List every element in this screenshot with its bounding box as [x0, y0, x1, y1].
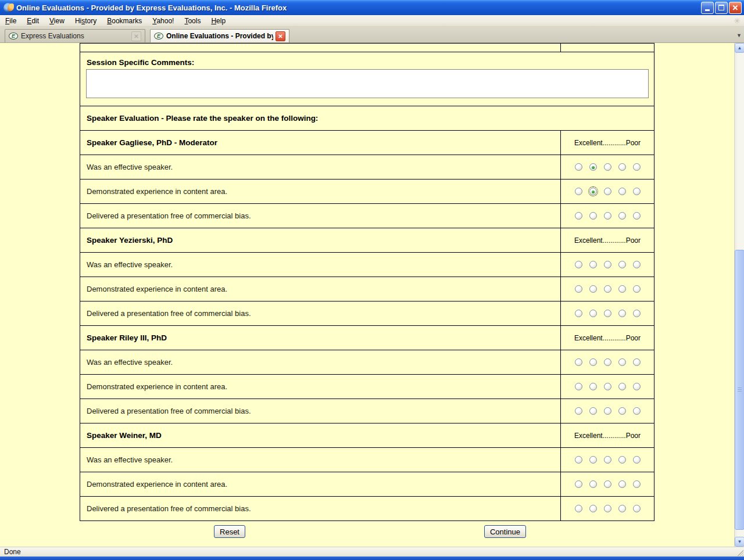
menu-item-file[interactable]: File: [0, 16, 22, 26]
rating-radio[interactable]: [589, 383, 597, 390]
rating-scale-label: Excellent............Poor: [561, 334, 654, 342]
rating-radio[interactable]: [589, 188, 597, 195]
question-label: Demonstrated experience in content area.: [80, 382, 560, 391]
rating-radio[interactable]: [575, 163, 582, 171]
menu-item-history[interactable]: History: [70, 16, 102, 26]
reset-button[interactable]: Reset: [214, 525, 245, 538]
rating-row: Demonstrated experience in content area.: [80, 472, 654, 497]
rating-radio[interactable]: [633, 407, 641, 415]
tab-label: Express Evaluations: [21, 32, 129, 40]
rating-radio[interactable]: [575, 188, 582, 195]
scroll-up-icon[interactable]: ▲: [735, 43, 744, 53]
rating-radio[interactable]: [575, 383, 582, 390]
rating-radio[interactable]: [633, 163, 641, 171]
rating-radio[interactable]: [604, 261, 611, 268]
rating-radio[interactable]: [575, 407, 582, 415]
rating-radio[interactable]: [575, 261, 582, 268]
section-title-row: Speaker Evaluation - Please rate the spe…: [80, 106, 654, 131]
rating-radio[interactable]: [618, 212, 626, 220]
rating-radio[interactable]: [604, 358, 611, 366]
rating-radio[interactable]: [604, 188, 611, 195]
scrollbar-thumb[interactable]: [735, 250, 744, 530]
rating-radio[interactable]: [633, 285, 641, 293]
rating-radio[interactable]: [618, 261, 626, 268]
menu-item-view[interactable]: View: [44, 16, 70, 26]
rating-radio[interactable]: [575, 480, 582, 488]
rating-radio[interactable]: [633, 505, 641, 512]
minimize-button[interactable]: [701, 2, 714, 14]
tab-close-icon[interactable]: ✕: [131, 31, 141, 41]
rating-radio[interactable]: [633, 358, 641, 366]
rating-radio[interactable]: [618, 383, 626, 390]
rating-radio[interactable]: [633, 261, 641, 268]
rating-radio[interactable]: [575, 310, 582, 317]
close-button[interactable]: ✕: [729, 2, 742, 14]
rating-radio[interactable]: [575, 456, 582, 464]
rating-radio[interactable]: [618, 188, 626, 195]
firefox-icon: [3, 3, 13, 13]
evaluation-table: Session Specific Comments: Speaker Evalu…: [80, 43, 654, 521]
scroll-down-icon[interactable]: ▼: [735, 537, 744, 547]
rating-radio[interactable]: [604, 212, 611, 220]
rating-radio[interactable]: [575, 212, 582, 220]
rating-radio[interactable]: [604, 407, 611, 415]
title-bar: Online Evaluations - Provided by Express…: [0, 0, 744, 15]
speaker-header-row: Speaker Weiner, MD Excellent............…: [80, 423, 654, 448]
rating-radio[interactable]: [633, 212, 641, 220]
menu-item-tools[interactable]: Tools: [179, 16, 206, 26]
rating-radio[interactable]: [604, 163, 611, 171]
rating-radio[interactable]: [618, 310, 626, 317]
menu-item-help[interactable]: Help: [206, 16, 231, 26]
comments-textarea[interactable]: [86, 69, 649, 98]
rating-radio[interactable]: [633, 310, 641, 317]
rating-radio[interactable]: [618, 505, 626, 512]
rating-radio[interactable]: [589, 212, 597, 220]
rating-radio[interactable]: [633, 456, 641, 464]
rating-row: Was an effective speaker.: [80, 350, 654, 375]
rating-radio[interactable]: [618, 358, 626, 366]
rating-row: Demonstrated experience in content area.: [80, 277, 654, 301]
rating-radio[interactable]: [618, 285, 626, 293]
rating-radio[interactable]: [604, 383, 611, 390]
continue-button[interactable]: Continue: [484, 525, 526, 538]
tab-express-evaluations[interactable]: E Express Evaluations ✕: [5, 29, 145, 42]
tab-close-icon[interactable]: ✕: [276, 31, 285, 41]
menu-item-yahoo[interactable]: Yahoo!: [147, 16, 179, 26]
rating-radio[interactable]: [589, 480, 597, 488]
rating-radio[interactable]: [589, 285, 597, 293]
rating-radio[interactable]: [633, 188, 641, 195]
rating-radio[interactable]: [618, 407, 626, 415]
rating-radio[interactable]: [604, 310, 611, 317]
rating-row: Delivered a presentation free of commerc…: [80, 301, 654, 326]
speaker-header-row: Speaker Yezierski, PhD Excellent........…: [80, 228, 654, 253]
rating-radio[interactable]: [589, 310, 597, 317]
rating-radio[interactable]: [604, 505, 611, 512]
rating-radio[interactable]: [589, 358, 597, 366]
rating-radio[interactable]: [633, 383, 641, 390]
tab-bar: E Express Evaluations ✕ E Online Evaluat…: [0, 27, 744, 43]
rating-radio[interactable]: [575, 285, 582, 293]
rating-radio[interactable]: [618, 456, 626, 464]
rating-radio[interactable]: [604, 285, 611, 293]
rating-radio[interactable]: [589, 407, 597, 415]
rating-radio[interactable]: [589, 163, 597, 171]
rating-radio[interactable]: [604, 456, 611, 464]
rating-radio[interactable]: [633, 480, 641, 488]
tab-list-dropdown-icon[interactable]: ▼: [736, 33, 742, 38]
tab-online-evaluations[interactable]: E Online Evaluations - Provided by ... ✕: [150, 29, 289, 42]
rating-radio[interactable]: [618, 163, 626, 171]
rating-radio[interactable]: [589, 456, 597, 464]
speaker-name: Speaker Gagliese, PhD - Moderator: [80, 138, 560, 147]
rating-radio[interactable]: [589, 261, 597, 268]
rating-radio[interactable]: [604, 480, 611, 488]
vertical-scrollbar[interactable]: ▲ ▼: [734, 43, 744, 547]
rating-radio[interactable]: [618, 480, 626, 488]
rating-radio[interactable]: [575, 358, 582, 366]
resize-grip[interactable]: [735, 548, 743, 556]
question-label: Delivered a presentation free of commerc…: [80, 211, 560, 220]
rating-radio[interactable]: [575, 505, 582, 512]
menu-item-edit[interactable]: Edit: [22, 16, 44, 26]
restore-button[interactable]: [715, 2, 728, 14]
rating-radio[interactable]: [589, 505, 597, 512]
menu-item-bookmarks[interactable]: Bookmarks: [102, 16, 147, 26]
